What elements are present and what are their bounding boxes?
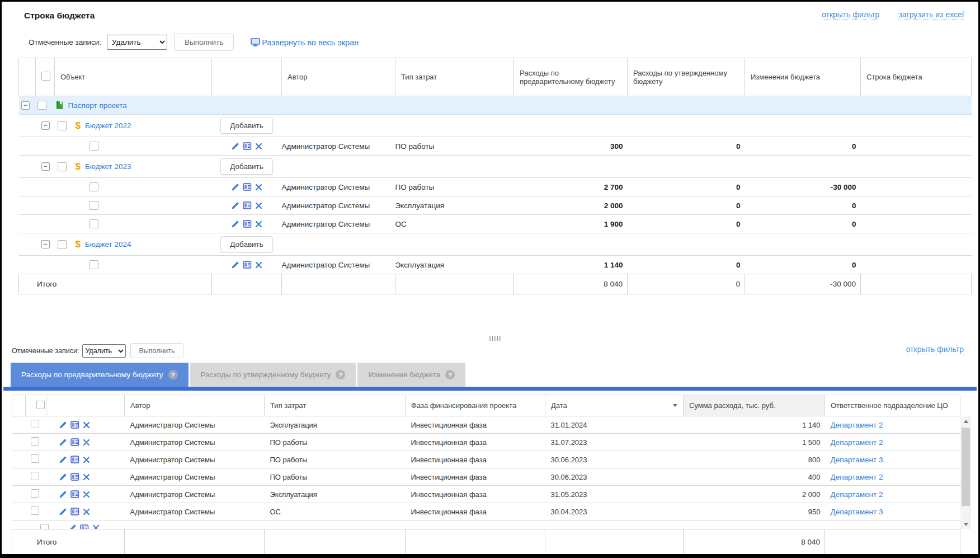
department-link[interactable]: Департамент 2 <box>831 438 883 447</box>
card-icon[interactable] <box>70 421 79 429</box>
edit-icon[interactable] <box>231 261 239 269</box>
department-link[interactable]: Департамент 3 <box>831 508 883 516</box>
row-checkbox[interactable] <box>89 142 98 151</box>
card-icon[interactable] <box>70 508 79 515</box>
marked-records-label: Отмеченные записи: <box>12 347 79 355</box>
delete-icon[interactable] <box>255 221 262 228</box>
delete-icon[interactable] <box>255 184 262 191</box>
row-checkbox[interactable] <box>37 101 46 110</box>
edit-icon[interactable] <box>59 490 67 499</box>
row-checkbox[interactable] <box>31 472 39 480</box>
tab-budget-changes[interactable]: Изменения бюджета ? <box>357 363 465 387</box>
expenses-scrollbar[interactable] <box>960 416 971 529</box>
delete-icon[interactable] <box>92 524 100 529</box>
select-all-checkbox[interactable] <box>41 72 50 81</box>
edit-icon[interactable] <box>59 421 67 429</box>
department-link[interactable]: Департамент 2 <box>831 473 883 481</box>
row-checkbox[interactable] <box>89 182 98 191</box>
changes-cell: -30 000 <box>745 178 861 196</box>
help-icon[interactable]: ? <box>445 370 455 379</box>
department-link[interactable]: Департамент 2 <box>831 421 883 429</box>
budget-2023-link[interactable]: Бюджет 2023 <box>85 162 131 171</box>
scroll-down-icon[interactable] <box>960 519 971 529</box>
delete-icon[interactable] <box>255 143 262 150</box>
scrollbar-thumb[interactable] <box>962 428 970 506</box>
cost-type-cell: Эксплуатация <box>395 196 514 215</box>
edit-icon[interactable] <box>59 438 67 447</box>
row-checkbox[interactable] <box>31 420 39 428</box>
card-icon[interactable] <box>70 473 79 481</box>
card-icon[interactable] <box>70 456 79 463</box>
edit-icon[interactable] <box>231 183 239 191</box>
open-filter-link[interactable]: открыть фильтр <box>822 10 879 20</box>
budget-2024-link[interactable]: Бюджет 2024 <box>85 240 131 248</box>
delete-icon[interactable] <box>83 508 90 515</box>
row-checkbox[interactable] <box>58 240 67 249</box>
row-checkbox[interactable] <box>31 489 39 498</box>
add-button[interactable]: Добавить <box>220 236 273 252</box>
card-icon[interactable] <box>80 524 89 529</box>
marked-records-action-select[interactable]: Удалить <box>107 35 167 50</box>
card-icon[interactable] <box>243 201 252 209</box>
card-icon[interactable] <box>70 490 79 498</box>
select-all-checkbox[interactable] <box>36 401 45 409</box>
delete-icon[interactable] <box>83 456 90 463</box>
edit-icon[interactable] <box>231 201 239 210</box>
row-checkbox[interactable] <box>40 524 49 529</box>
department-link[interactable]: Департамент 2 <box>831 490 883 499</box>
delete-icon[interactable] <box>83 473 90 481</box>
row-checkbox[interactable] <box>31 507 39 515</box>
delete-icon[interactable] <box>255 261 262 269</box>
marked-records-action-select[interactable]: Удалить <box>82 344 126 358</box>
fullscreen-link[interactable]: Развернуть во весь экран <box>251 38 359 47</box>
delete-icon[interactable] <box>83 421 90 429</box>
row-checkbox[interactable] <box>89 260 98 269</box>
collapse-icon[interactable]: − <box>21 101 30 110</box>
add-button[interactable]: Добавить <box>220 158 273 175</box>
delete-icon[interactable] <box>83 439 90 446</box>
load-from-excel-link[interactable]: загрузить из excel <box>898 10 964 20</box>
open-filter-link-bottom[interactable]: открыть фильтр <box>906 345 964 354</box>
collapse-icon[interactable]: − <box>41 121 50 130</box>
card-icon[interactable] <box>243 261 252 269</box>
edit-icon[interactable] <box>59 473 67 481</box>
row-checkbox[interactable] <box>58 162 67 171</box>
department-link[interactable]: Департамент 3 <box>831 456 883 464</box>
col-cost-type: Тип затрат <box>395 58 514 96</box>
help-icon[interactable]: ? <box>336 370 345 379</box>
scroll-up-icon[interactable] <box>960 416 971 426</box>
execute-button[interactable]: Выполнить <box>174 34 234 51</box>
row-checkbox[interactable] <box>31 454 39 463</box>
execute-button[interactable]: Выполнить <box>130 343 183 358</box>
card-icon[interactable] <box>70 438 79 446</box>
collapse-icon[interactable]: − <box>41 162 50 171</box>
author-cell: Администратор Системы <box>282 256 395 274</box>
delete-icon[interactable] <box>255 202 262 209</box>
tab-approved-budget-expenses[interactable]: Расходы по утвержденному бюджету ? <box>190 363 356 387</box>
edit-icon[interactable] <box>59 508 67 516</box>
dollar-icon: $ <box>76 121 81 130</box>
edit-icon[interactable] <box>231 220 239 228</box>
sort-dropdown-icon[interactable] <box>673 404 677 407</box>
panel-splitter-handle[interactable] <box>489 336 502 341</box>
col-author: Автор <box>125 395 265 416</box>
card-icon[interactable] <box>243 220 252 228</box>
edit-icon[interactable] <box>231 142 239 151</box>
help-icon[interactable]: ? <box>168 370 178 379</box>
budget-2022-link[interactable]: Бюджет 2022 <box>85 121 131 130</box>
cost-type-cell: Эксплуатация <box>395 256 514 274</box>
expenses-total-row: Итого 8 040 <box>12 529 960 555</box>
edit-icon[interactable] <box>68 524 77 529</box>
delete-icon[interactable] <box>83 491 90 498</box>
row-checkbox[interactable] <box>89 201 98 210</box>
card-icon[interactable] <box>243 142 252 150</box>
project-passport-link[interactable]: Паспорт проекта <box>68 101 127 110</box>
row-checkbox[interactable] <box>89 219 98 228</box>
collapse-icon[interactable]: − <box>41 240 50 248</box>
row-checkbox[interactable] <box>31 437 39 446</box>
edit-icon[interactable] <box>59 456 67 464</box>
tab-prelim-budget-expenses[interactable]: Расходы по предварительному бюджету ? <box>11 363 189 387</box>
add-button[interactable]: Добавить <box>220 118 273 134</box>
row-checkbox[interactable] <box>58 121 67 130</box>
card-icon[interactable] <box>243 183 252 191</box>
